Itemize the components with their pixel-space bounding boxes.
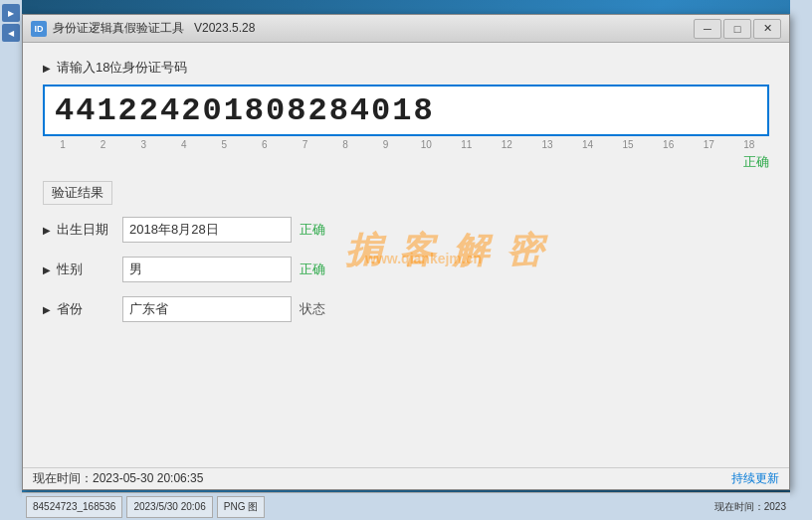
birthdate-status: 正确 [300, 221, 325, 239]
pos-7: 7 [295, 139, 314, 150]
input-correct-status: 正确 [743, 153, 769, 171]
status-bar: 现在时间：2023-05-30 20:06:35 持续更新 [23, 467, 789, 489]
pos-12: 12 [497, 139, 516, 150]
pos-8: 8 [335, 139, 355, 150]
taskbar-item-1[interactable]: 84524723_168536 [26, 496, 122, 518]
main-window: ID 身份证逻辑真假验证工具 V2023.5.28 ─ □ ✕ 掮 客 解 密 … [22, 14, 790, 490]
pos-13: 13 [537, 139, 557, 150]
left-icon-1: ▶ [2, 4, 20, 22]
pos-17: 17 [699, 139, 718, 150]
gender-status: 正确 [300, 260, 325, 278]
birthdate-input[interactable] [122, 217, 292, 243]
status-time: 现在时间：2023-05-30 20:06:35 [33, 470, 203, 487]
taskbar-item-2[interactable]: 2023/5/30 20:06 [126, 496, 212, 518]
input-section-label: 请输入18位身份证号码 [43, 59, 769, 77]
input-section: 请输入18位身份证号码 441224201808284018 1 2 3 4 5… [43, 59, 769, 153]
pos-5: 5 [214, 139, 234, 150]
id-input-container: 441224201808284018 [43, 85, 769, 136]
window-icon: ID [31, 21, 47, 37]
left-icon-2: ◀ [2, 24, 20, 42]
validation-title: 验证结果 [43, 181, 112, 205]
close-button[interactable]: ✕ [753, 19, 781, 39]
result-row-province: 省份 状态 [43, 296, 769, 322]
taskbar-time: 现在时间：2023 [714, 500, 786, 514]
pos-3: 3 [133, 139, 153, 150]
update-link[interactable]: 持续更新 [731, 470, 779, 487]
pos-15: 15 [618, 139, 638, 150]
validation-section: 验证结果 出生日期 正确 性别 正确 省份 状态 [43, 181, 769, 322]
result-row-birthdate: 出生日期 正确 [43, 217, 769, 243]
title-bar: ID 身份证逻辑真假验证工具 V2023.5.28 ─ □ ✕ [23, 15, 789, 43]
birthdate-label: 出生日期 [43, 221, 122, 239]
pos-2: 2 [94, 139, 113, 150]
pos-4: 4 [174, 139, 194, 150]
province-status: 状态 [300, 300, 325, 318]
province-label: 省份 [43, 300, 122, 318]
pos-11: 11 [457, 139, 477, 150]
minimize-button[interactable]: ─ [694, 19, 721, 39]
maximize-button[interactable]: □ [723, 19, 751, 39]
gender-input[interactable] [122, 257, 292, 282]
taskbar-item-3[interactable]: PNG 图 [217, 496, 265, 518]
right-strip [790, 0, 812, 520]
taskbar: 84524723_168536 2023/5/30 20:06 PNG 图 现在… [22, 492, 790, 520]
position-numbers: 1 2 3 4 5 6 7 8 9 10 11 12 13 14 15 16 1 [43, 136, 769, 153]
pos-1: 1 [53, 139, 73, 150]
gender-label: 性别 [43, 260, 122, 278]
province-input[interactable] [122, 296, 292, 322]
result-row-gender: 性别 正确 [43, 257, 769, 282]
left-strip: ▶ ◀ [0, 0, 22, 520]
pos-18: 18 [739, 139, 759, 150]
pos-10: 10 [416, 139, 436, 150]
id-number-input[interactable]: 441224201808284018 [43, 85, 769, 136]
title-bar-buttons: ─ □ ✕ [694, 19, 781, 39]
position-row-container: 1 2 3 4 5 6 7 8 9 10 11 12 13 14 15 16 1 [43, 136, 769, 153]
pos-16: 16 [659, 139, 679, 150]
pos-14: 14 [578, 139, 598, 150]
pos-9: 9 [376, 139, 396, 150]
pos-6: 6 [255, 139, 275, 150]
window-title: 身份证逻辑真假验证工具 V2023.5.28 [53, 20, 694, 37]
window-content: 掮 客 解 密 www.qiankejm.cn 请输入18位身份证号码 4412… [23, 43, 789, 467]
